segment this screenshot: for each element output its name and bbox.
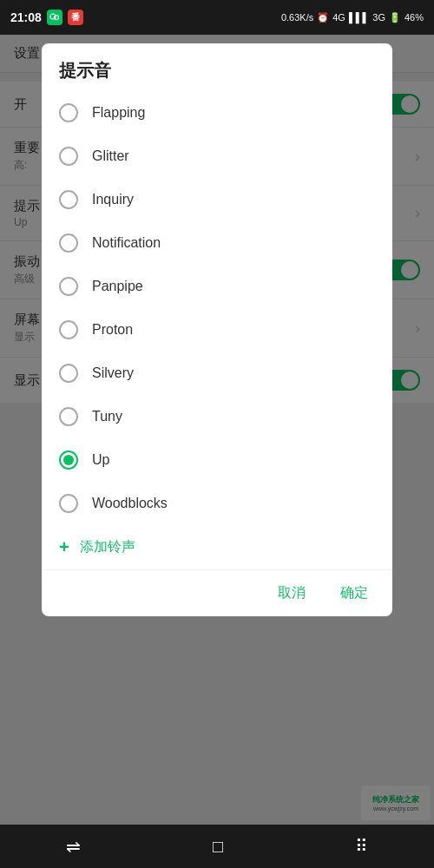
radio-label-panpipe: Panpipe: [92, 279, 143, 294]
radio-item-flapping[interactable]: Flapping: [42, 91, 392, 135]
recent-button[interactable]: ⠿: [338, 829, 385, 864]
radio-label-notification: Notification: [92, 235, 161, 251]
status-bar: 21:08 番 0.63K/s ⏰ 4G ▌▌▌ 3G 🔋 46%: [0, 0, 434, 35]
ringtone-dialog: 提示音 Flapping Glitter Inquiry Notificatio…: [42, 43, 392, 616]
radio-label-woodblocks: Woodblocks: [92, 496, 168, 511]
wechat-icon: [47, 10, 62, 25]
radio-item-tuny[interactable]: Tuny: [42, 395, 392, 438]
dialog-buttons: 取消 确定: [42, 569, 392, 616]
radio-circle-up: [59, 450, 78, 470]
radio-label-up: Up: [92, 452, 109, 468]
status-right: 0.63K/s ⏰ 4G ▌▌▌ 3G 🔋 46%: [281, 12, 424, 23]
add-icon: +: [59, 537, 69, 557]
radio-item-woodblocks[interactable]: Woodblocks: [42, 482, 392, 525]
radio-label-silvery: Silvery: [92, 365, 134, 381]
radio-label-flapping: Flapping: [92, 105, 145, 121]
radio-item-proton[interactable]: Proton: [42, 308, 392, 352]
alarm-icon: ⏰: [317, 12, 329, 23]
radio-label-proton: Proton: [92, 322, 133, 338]
radio-circle-tuny: [59, 407, 78, 426]
radio-label-inquiry: Inquiry: [92, 192, 134, 207]
radio-item-silvery[interactable]: Silvery: [42, 352, 392, 395]
home-button[interactable]: □: [195, 830, 240, 864]
status-time: 21:08: [10, 10, 42, 24]
add-ringtone-label: 添加铃声: [80, 538, 135, 556]
status-left: 21:08 番: [10, 10, 83, 25]
radio-circle-flapping: [59, 103, 78, 122]
network-speed: 0.63K/s: [281, 12, 313, 23]
app-icon: 番: [68, 10, 83, 25]
sim1-icon: 4G: [332, 12, 345, 23]
radio-circle-silvery: [59, 364, 78, 383]
ringtone-list[interactable]: Flapping Glitter Inquiry Notification Pa…: [42, 91, 392, 569]
battery-icon: 🔋: [389, 12, 401, 23]
radio-item-panpipe[interactable]: Panpipe: [42, 265, 392, 308]
dialog-title: 提示音: [42, 43, 392, 91]
radio-circle-glitter: [59, 147, 78, 166]
cancel-button[interactable]: 取消: [271, 581, 312, 606]
radio-circle-proton: [59, 320, 78, 339]
radio-item-up[interactable]: Up: [42, 438, 392, 482]
sim2-type: 3G: [372, 12, 385, 23]
bottom-nav: ⇌ □ ⠿: [0, 825, 434, 868]
radio-circle-inquiry: [59, 190, 78, 209]
add-ringtone-row[interactable]: + 添加铃声: [42, 525, 392, 569]
radio-label-tuny: Tuny: [92, 409, 122, 424]
radio-circle-woodblocks: [59, 494, 78, 513]
back-button[interactable]: ⇌: [49, 829, 98, 864]
battery-level: 46%: [404, 12, 424, 23]
radio-item-inquiry[interactable]: Inquiry: [42, 178, 392, 221]
radio-circle-panpipe: [59, 277, 78, 296]
confirm-button[interactable]: 确定: [333, 581, 375, 606]
radio-circle-notification: [59, 233, 78, 253]
signal-icon: ▌▌▌: [349, 12, 369, 23]
radio-label-glitter: Glitter: [92, 148, 129, 164]
radio-item-notification[interactable]: Notification: [42, 221, 392, 265]
radio-item-glitter[interactable]: Glitter: [42, 135, 392, 178]
